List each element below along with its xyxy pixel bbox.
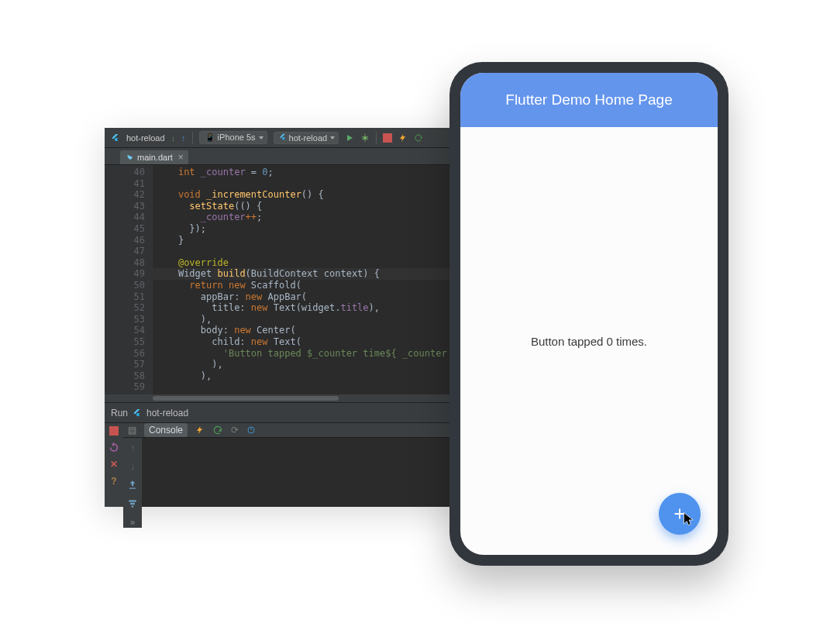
up-arrow-icon[interactable]: ↑ <box>130 443 135 453</box>
editor-tab-bar: main.dart <box>105 148 469 165</box>
code-line[interactable]: void _incrementCounter() { <box>153 189 469 201</box>
code-line[interactable]: appBar: new AppBar( <box>153 291 469 303</box>
svg-rect-4 <box>132 505 133 507</box>
run-icon[interactable] <box>345 133 354 143</box>
dart-file-icon <box>126 153 134 161</box>
hot-reload-icon[interactable] <box>414 133 423 143</box>
code-line[interactable]: } <box>153 235 469 246</box>
app-bar: Flutter Demo Home Page <box>460 73 718 127</box>
fab-increment[interactable] <box>659 493 701 535</box>
observatory-icon[interactable]: ⟳ <box>231 425 239 436</box>
plus-icon <box>671 505 688 522</box>
device-selector[interactable]: 📱 iPhone 5s <box>199 131 267 144</box>
code-line[interactable]: @override <box>153 257 469 269</box>
code-line[interactable]: 'Button tapped $_counter time${ _counter… <box>153 348 469 360</box>
tab-main-dart[interactable]: main.dart <box>120 150 188 164</box>
run-panel-title-prefix: Run <box>111 408 128 418</box>
code-line[interactable] <box>153 381 469 393</box>
ide-window: hot-reload ↓ ↑ 📱 iPhone 5s hot-reload <box>105 128 469 507</box>
code-line[interactable]: return new Scaffold( <box>153 280 469 291</box>
device-selector-label: iPhone 5s <box>218 133 256 142</box>
code-editor[interactable]: 4041424344454647484950515253545556575859… <box>105 165 469 394</box>
power-icon[interactable] <box>246 425 256 435</box>
code-line[interactable]: body: new Center( <box>153 325 469 336</box>
filter-icon[interactable] <box>127 498 138 509</box>
code-line[interactable]: }); <box>153 223 469 235</box>
code-line[interactable] <box>153 178 469 190</box>
editor-horizontal-scrollbar[interactable] <box>105 394 469 402</box>
vcs-arrow-down-icon[interactable]: ↓ <box>171 133 176 143</box>
line-number-gutter: 4041424344454647484950515253545556575859 <box>105 165 153 394</box>
counter-text: Button tapped 0 times. <box>531 335 647 348</box>
svg-rect-3 <box>130 503 135 505</box>
console-header: ▤ Console ⟳ <box>123 423 469 438</box>
code-line[interactable]: ), <box>153 314 469 325</box>
stop-icon[interactable] <box>109 426 119 436</box>
bolt-icon[interactable] <box>398 133 408 143</box>
run-panel-project: hot-reload <box>146 408 188 418</box>
code-line[interactable]: ), <box>153 370 469 382</box>
toolbar-separator <box>376 132 377 144</box>
toolbar-separator <box>192 132 193 144</box>
scrollbar-thumb[interactable] <box>153 396 339 401</box>
debug-icon[interactable] <box>360 133 370 143</box>
code-line[interactable] <box>153 246 469 257</box>
console-output[interactable] <box>142 438 469 528</box>
code-line[interactable]: int _counter = 0; <box>153 167 469 178</box>
svg-point-0 <box>363 136 367 139</box>
device-screen: Flutter Demo Home Page Button tapped 0 t… <box>460 73 718 555</box>
tab-label: main.dart <box>137 153 173 162</box>
stop-icon[interactable] <box>383 133 392 143</box>
code-line[interactable]: _counter++; <box>153 212 469 223</box>
code-line[interactable]: ), <box>153 359 469 370</box>
hot-restart-icon[interactable] <box>212 425 223 436</box>
code-area[interactable]: int _counter = 0; void _incrementCounter… <box>153 165 469 394</box>
console-tab[interactable]: Console <box>144 423 188 437</box>
export-icon[interactable] <box>127 480 138 491</box>
close-icon[interactable]: ✕ <box>110 459 118 470</box>
run-panel-body: ✕ ? ▤ Console ⟳ <box>105 422 469 507</box>
code-line[interactable]: setState(() { <box>153 201 469 212</box>
ide-toolbar: hot-reload ↓ ↑ 📱 iPhone 5s hot-reload <box>105 128 469 148</box>
rerun-icon[interactable] <box>108 442 119 453</box>
run-config-selector[interactable]: hot-reload <box>274 132 339 144</box>
code-line[interactable]: Widget build(BuildContext context) { <box>153 268 469 280</box>
project-name[interactable]: hot-reload <box>126 133 165 143</box>
run-panel-tool-column: ✕ ? <box>105 423 123 507</box>
flutter-icon <box>133 408 142 418</box>
console-pane: ▤ Console ⟳ ↑ ↓ <box>123 423 469 507</box>
down-arrow-icon[interactable]: ↓ <box>130 461 135 472</box>
device-frame: Flutter Demo Home Page Button tapped 0 t… <box>450 62 728 566</box>
app-body: Button tapped 0 times. <box>460 127 718 555</box>
svg-rect-2 <box>129 500 136 501</box>
run-panel-header[interactable]: Run hot-reload <box>105 402 469 422</box>
expand-icon[interactable]: » <box>130 517 136 528</box>
app-title: Flutter Demo Home Page <box>505 91 672 108</box>
code-line[interactable]: title: new Text(widget.title), <box>153 302 469 314</box>
bolt-icon[interactable] <box>195 425 205 435</box>
help-icon[interactable]: ? <box>111 476 116 487</box>
code-line[interactable]: child: new Text( <box>153 336 469 348</box>
vcs-arrow-up-icon[interactable]: ↑ <box>181 133 186 143</box>
run-config-label: hot-reload <box>289 133 328 143</box>
flutter-icon <box>111 133 120 143</box>
layout-icon[interactable]: ▤ <box>128 425 136 436</box>
